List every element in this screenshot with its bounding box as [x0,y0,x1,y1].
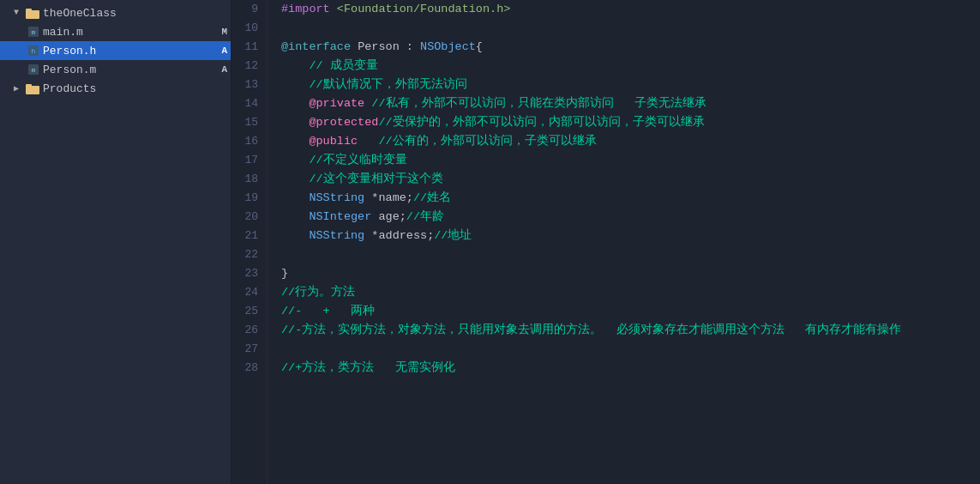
line-numbers: 9 10 11 12 13 14 15 16 17 18 19 20 21 22… [231,0,268,484]
sidebar-item-label: Person.h [43,45,96,57]
svg-text:m: m [32,28,36,36]
sidebar-item-label: main.m [43,26,83,39]
sidebar-root-label: theOneClass [43,7,117,20]
m-file-icon2: m [27,64,39,76]
folder-icon [26,8,39,19]
products-folder-icon [26,83,39,94]
svg-text:m: m [32,66,36,74]
sidebar-item-person-m[interactable]: m Person.m A [0,60,231,79]
code-area[interactable]: #import <Foundation/Foundation.h> @inter… [268,0,980,484]
sidebar: ▼ theOneClass m main.m M h Person.h A m … [0,0,231,484]
svg-text:h: h [32,47,36,55]
sidebar-item-badge: A [221,64,227,75]
sidebar-item-products[interactable]: ▶ Products [0,79,231,98]
h-file-icon: h [27,45,39,57]
sidebar-item-label: Person.m [43,64,96,76]
sidebar-item-person-h[interactable]: h Person.h A [0,41,231,60]
sidebar-item-badge: A [221,45,227,56]
m-file-icon: m [27,26,39,38]
svg-rect-1 [26,9,32,12]
sidebar-root-folder[interactable]: ▼ theOneClass [0,3,231,22]
sidebar-item-badge: M [221,27,227,37]
sidebar-products-label: Products [43,82,96,95]
chevron-right-icon: ▶ [14,83,24,94]
chevron-down-icon: ▼ [14,8,24,18]
code-editor: 9 10 11 12 13 14 15 16 17 18 19 20 21 22… [231,0,980,484]
sidebar-item-main-m[interactable]: m main.m M [0,22,231,41]
svg-rect-9 [26,84,32,88]
